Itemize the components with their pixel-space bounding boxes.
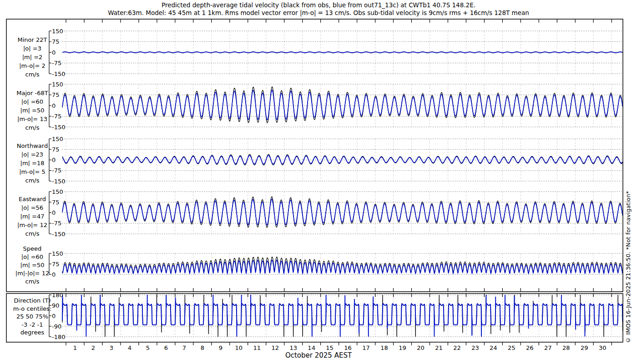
x-tick-label: 11	[250, 344, 264, 351]
x-tick-label: 1	[68, 344, 82, 351]
x-tick-label: 17	[359, 344, 373, 351]
x-tick-label: 3	[105, 344, 118, 351]
y-tick-label: 0	[52, 313, 56, 319]
x-tick-label: 27	[541, 344, 555, 351]
x-tick-label: 24	[486, 344, 500, 351]
x-tick-label: 26	[523, 344, 536, 351]
x-axis-label: October 2025 AEST	[0, 351, 637, 359]
x-tick-label: 23	[468, 344, 482, 351]
y-tick-label: 75	[52, 261, 60, 268]
y-tick-label: 150	[52, 136, 63, 142]
figure: Predicted depth-average tidal velocity (…	[0, 0, 637, 364]
x-tick-label: 28	[559, 344, 573, 351]
y-tick-label: -75	[52, 220, 61, 227]
y-tick-label: -150	[52, 124, 66, 131]
y-tick-label: -75	[52, 113, 61, 120]
x-tick-label: 9	[214, 344, 228, 351]
x-tick-label: 10	[232, 344, 246, 351]
y-tick-label: -150	[52, 178, 66, 185]
y-tick-label: -180	[52, 334, 66, 340]
x-tick-label: 20	[414, 344, 427, 351]
x-tick-label: 8	[196, 344, 209, 351]
x-tick-label: 12	[268, 344, 282, 351]
panel-label-line: cm/s	[5, 278, 60, 286]
x-tick-label: 7	[177, 344, 191, 351]
x-tick-label: 18	[378, 344, 391, 351]
velocity-box	[6, 19, 623, 292]
y-tick-label: -150	[52, 71, 66, 77]
y-tick-label: 150	[52, 81, 63, 88]
x-tick-label: 4	[123, 344, 136, 351]
y-tick-label: -75	[52, 60, 61, 66]
y-tick-label: 150	[52, 250, 63, 257]
x-tick-label: 2	[86, 344, 100, 351]
y-tick-label: 150	[52, 188, 63, 195]
x-tick-label: 13	[287, 344, 300, 351]
y-tick-label: 0	[52, 271, 56, 278]
x-tick-label: 15	[323, 344, 337, 351]
y-tick-label: 0	[52, 209, 56, 216]
x-tick-label: 30	[596, 344, 609, 351]
y-tick-label: 0	[52, 102, 56, 109]
y-tick-label: 75	[52, 146, 60, 153]
y-tick-label: -75	[52, 167, 61, 174]
x-tick-label: 19	[396, 344, 410, 351]
y-tick-label: 180	[52, 292, 63, 298]
x-tick-label: 29	[577, 344, 591, 351]
y-tick-label: 75	[52, 199, 60, 206]
x-tick-label: 5	[141, 344, 155, 351]
x-tick-label: 16	[341, 344, 355, 351]
y-tick-label: 0	[52, 49, 56, 56]
y-tick-label: 150	[52, 28, 63, 35]
direction-box	[6, 293, 623, 342]
y-tick-label: 0	[52, 157, 56, 163]
y-tick-label: 90	[52, 302, 60, 309]
y-tick-label: -150	[52, 231, 66, 238]
y-tick-label: -90	[52, 323, 61, 330]
y-tick-label: 75	[52, 38, 60, 45]
y-tick-label: 75	[52, 91, 60, 98]
x-tick-label: 25	[505, 344, 518, 351]
minor-model-line	[62, 52, 623, 53]
watermark-text: © IMOS 16-Jun-2025 21:36:50. *Not for na…	[625, 175, 632, 344]
plot-canvas	[0, 0, 637, 364]
x-tick-label: 21	[432, 344, 445, 351]
x-tick-label: 14	[305, 344, 318, 351]
x-tick-label: 6	[159, 344, 173, 351]
x-tick-label: 22	[450, 344, 464, 351]
